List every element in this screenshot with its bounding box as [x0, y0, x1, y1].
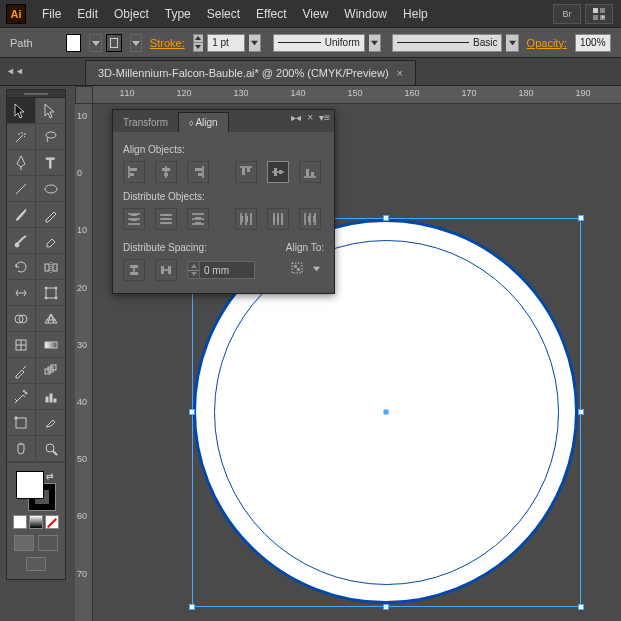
- menu-view[interactable]: View: [295, 3, 337, 25]
- slice-tool[interactable]: [36, 410, 65, 436]
- rotate-tool[interactable]: [7, 254, 36, 280]
- hand-tool[interactable]: [7, 436, 36, 462]
- fill-swatch[interactable]: [66, 34, 82, 52]
- draw-behind-button[interactable]: [38, 535, 58, 551]
- panel-collapse-icon[interactable]: ▸◂: [291, 112, 301, 123]
- selection-handle[interactable]: [383, 215, 389, 221]
- pen-tool[interactable]: [7, 150, 36, 176]
- eraser-tool[interactable]: [36, 228, 65, 254]
- ellipse-tool[interactable]: [36, 176, 65, 202]
- lasso-tool[interactable]: [36, 124, 65, 150]
- align-to-selection-button[interactable]: [286, 259, 308, 277]
- symbol-sprayer-tool[interactable]: [7, 384, 36, 410]
- horizontal-align-right-button[interactable]: [187, 161, 209, 183]
- document-tab[interactable]: 3D-Millennium-Falcon-Bauble.ai* @ 200% (…: [85, 60, 416, 85]
- menu-type[interactable]: Type: [157, 3, 199, 25]
- selection-handle[interactable]: [578, 604, 584, 610]
- selection-handle[interactable]: [578, 409, 584, 415]
- vertical-distribute-bottom-button[interactable]: [187, 208, 209, 230]
- panel-close-icon[interactable]: ×: [307, 112, 313, 123]
- free-transform-tool[interactable]: [36, 280, 65, 306]
- fill-stroke-indicator[interactable]: ⇄: [16, 471, 56, 511]
- none-mode-button[interactable]: [45, 515, 59, 529]
- align-to-dropdown[interactable]: [310, 259, 324, 277]
- swap-fill-stroke-icon[interactable]: ⇄: [46, 471, 54, 481]
- type-tool[interactable]: T: [36, 150, 65, 176]
- tab-transform[interactable]: Transform: [113, 113, 178, 132]
- vertical-distribute-top-button[interactable]: [123, 208, 145, 230]
- selection-handle[interactable]: [578, 215, 584, 221]
- eyedropper-tool[interactable]: [7, 358, 36, 384]
- blend-tool[interactable]: [36, 358, 65, 384]
- brush-dropdown[interactable]: [506, 34, 518, 52]
- zoom-tool[interactable]: [36, 436, 65, 462]
- menu-select[interactable]: Select: [199, 3, 248, 25]
- line-segment-tool[interactable]: [7, 176, 36, 202]
- width-scale-tool[interactable]: [7, 280, 36, 306]
- profile-dropdown[interactable]: [369, 34, 381, 52]
- horizontal-distribute-right-button[interactable]: [299, 208, 321, 230]
- vertical-distribute-center-button[interactable]: [155, 208, 177, 230]
- menu-object[interactable]: Object: [106, 3, 157, 25]
- gradient-tool[interactable]: [36, 332, 65, 358]
- close-tab-icon[interactable]: ×: [397, 67, 403, 79]
- menu-effect[interactable]: Effect: [248, 3, 294, 25]
- menu-file[interactable]: File: [34, 3, 69, 25]
- bridge-button[interactable]: Br: [553, 4, 581, 24]
- draw-normal-button[interactable]: [14, 535, 34, 551]
- panel-menu-icon[interactable]: ▾≡: [319, 112, 330, 123]
- brush-definition[interactable]: Basic: [392, 34, 502, 52]
- reflect-tool[interactable]: [36, 254, 65, 280]
- selection-handle[interactable]: [189, 409, 195, 415]
- artboard-tool[interactable]: [7, 410, 36, 436]
- tools-panel-grip[interactable]: [7, 90, 65, 98]
- arrange-documents-button[interactable]: [585, 4, 613, 24]
- variable-width-profile[interactable]: Uniform: [273, 34, 365, 52]
- opacity-link[interactable]: Opacity:: [527, 37, 567, 49]
- tab-align[interactable]: ◊ Align: [178, 112, 228, 132]
- spacing-value-input[interactable]: 0 mm: [199, 261, 255, 279]
- horizontal-distribute-center-button[interactable]: [267, 208, 289, 230]
- menu-help[interactable]: Help: [395, 3, 436, 25]
- screen-mode-button[interactable]: [26, 557, 46, 571]
- collapse-panels-icon[interactable]: ◄◄: [6, 66, 24, 76]
- vertical-align-top-button[interactable]: [235, 161, 257, 183]
- stroke-link[interactable]: Stroke:: [150, 37, 185, 49]
- horizontal-ruler[interactable]: 110 120 130 140 150 160 170 180 190: [93, 86, 621, 104]
- fill-color-box[interactable]: [16, 471, 44, 499]
- svg-rect-10: [53, 264, 57, 271]
- stroke-weight-dropdown[interactable]: [249, 34, 261, 52]
- selection-handle[interactable]: [189, 604, 195, 610]
- fill-dropdown[interactable]: [89, 34, 101, 52]
- horizontal-align-center-button[interactable]: [155, 161, 177, 183]
- stroke-dropdown[interactable]: [130, 34, 142, 52]
- stroke-weight-stepper[interactable]: [193, 34, 203, 52]
- vertical-align-bottom-button[interactable]: [299, 161, 321, 183]
- shape-builder-tool[interactable]: [7, 306, 36, 332]
- perspective-grid-tool[interactable]: [36, 306, 65, 332]
- vertical-ruler[interactable]: 10 0 10 20 30 40 50 60 70: [75, 104, 93, 621]
- stroke-swatch[interactable]: [106, 34, 122, 52]
- vertical-distribute-space-button[interactable]: [123, 259, 145, 281]
- gradient-mode-button[interactable]: [29, 515, 43, 529]
- horizontal-distribute-space-button[interactable]: [155, 259, 177, 281]
- spacing-stepper[interactable]: [187, 261, 199, 279]
- horizontal-align-left-button[interactable]: [123, 161, 145, 183]
- stroke-weight-input[interactable]: 1 pt: [207, 34, 245, 52]
- pencil-tool[interactable]: [36, 202, 65, 228]
- selection-handle[interactable]: [383, 604, 389, 610]
- blob-brush-tool[interactable]: [7, 228, 36, 254]
- selection-tool[interactable]: [7, 98, 36, 124]
- ruler-origin[interactable]: [75, 86, 93, 104]
- vertical-align-center-button[interactable]: [267, 161, 289, 183]
- magic-wand-tool[interactable]: [7, 124, 36, 150]
- column-graph-tool[interactable]: [36, 384, 65, 410]
- menu-window[interactable]: Window: [336, 3, 395, 25]
- horizontal-distribute-left-button[interactable]: [235, 208, 257, 230]
- direct-selection-tool[interactable]: [36, 98, 65, 124]
- menu-edit[interactable]: Edit: [69, 3, 106, 25]
- paintbrush-tool[interactable]: [7, 202, 36, 228]
- color-mode-button[interactable]: [13, 515, 27, 529]
- opacity-input[interactable]: 100%: [575, 34, 611, 52]
- mesh-tool[interactable]: [7, 332, 36, 358]
